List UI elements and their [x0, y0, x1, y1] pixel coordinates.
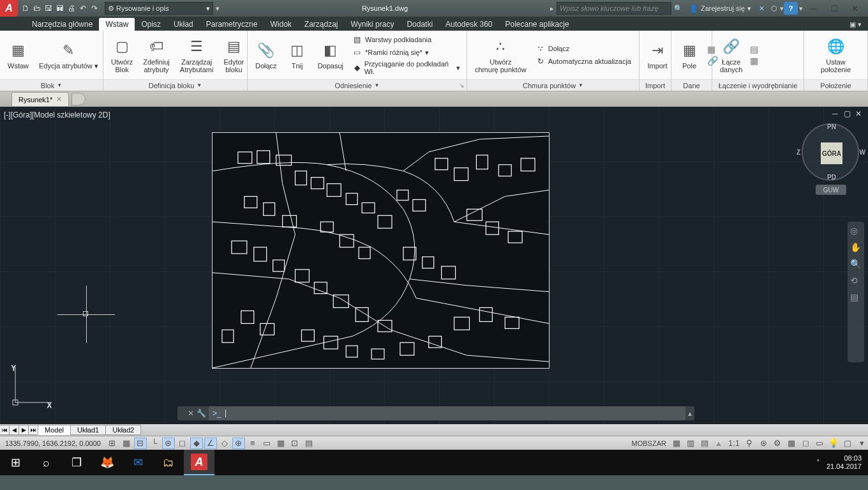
search-icon[interactable]: 🔍	[671, 4, 685, 13]
przyciaganie-button[interactable]: ◆Przyciąganie do podkładań Wł. ▾	[351, 59, 461, 76]
maximize-button[interactable]: ☐	[831, 4, 840, 13]
status-icon[interactable]: ▤	[698, 438, 711, 449]
a360-icon[interactable]: ⬡	[768, 4, 780, 13]
infer-icon[interactable]: ⊞	[106, 438, 119, 449]
steering-wheel-icon[interactable]: ◎	[850, 226, 862, 237]
scale-label[interactable]: 1:1	[726, 438, 742, 449]
exchange-icon[interactable]: ✕	[755, 4, 768, 13]
workspace-selector[interactable]: ⚙ Rysowanie i opis ▾	[105, 2, 213, 15]
panel-blok-title[interactable]: Blok▼	[0, 79, 103, 91]
grid-icon[interactable]: ⊟	[134, 438, 147, 449]
system-clock[interactable]: 08:0321.04.2017	[827, 454, 862, 471]
qat-new-icon[interactable]: 🗋	[20, 3, 31, 13]
edycja-atrybutow-button[interactable]: ✎Edycja atrybutów ▾	[36, 39, 101, 71]
ustaw-polozenie-button[interactable]: 🌐Ustaw położenie	[818, 35, 853, 75]
explorer-button[interactable]: 🗂	[153, 450, 184, 475]
autocad-task-button[interactable]: A	[184, 450, 214, 475]
lwt-icon[interactable]: ≡	[246, 438, 259, 449]
chmura-punktow-button[interactable]: ∴Utwórz chmurę punktów	[472, 35, 529, 75]
title-play-icon[interactable]: ▸	[548, 4, 557, 13]
orbit-icon[interactable]: ⟲	[850, 275, 862, 287]
dolacz-button[interactable]: 📎Dołącz	[253, 39, 280, 71]
tab-parametryczne[interactable]: Parametryczne	[200, 18, 264, 31]
ribbon-expand-icon[interactable]: ▣ ▾	[843, 19, 868, 31]
qat-save-icon[interactable]: 🖫	[43, 3, 54, 13]
help-button[interactable]: ?	[784, 2, 798, 15]
status-icon[interactable]: ▦	[785, 438, 798, 449]
ortho-icon[interactable]: └	[148, 438, 161, 449]
tnij-button[interactable]: ◫Tnij	[285, 39, 310, 71]
drag-handle-icon[interactable]: ⋮⋮	[177, 406, 185, 420]
close-icon[interactable]: ✕	[56, 95, 62, 103]
close-button[interactable]: ✕	[851, 4, 860, 13]
layout-tab-model[interactable]: Model	[38, 425, 71, 435]
tab-uklad[interactable]: Układ	[167, 18, 200, 31]
tab-dodatki[interactable]: Dodatki	[400, 18, 439, 31]
tab-wstaw[interactable]: Wstaw	[99, 18, 135, 31]
otrack-icon[interactable]: ∠	[204, 438, 217, 449]
ramki-button[interactable]: ▭*Ramki różnią się* ▾	[351, 47, 461, 58]
snap-icon[interactable]: ▦	[120, 438, 133, 449]
tab-opisz[interactable]: Opisz	[135, 18, 167, 31]
firefox-button[interactable]: 🦊	[92, 450, 123, 475]
status-icon[interactable]: ⊛	[757, 438, 770, 449]
chevron-down-icon[interactable]: ▾	[747, 4, 751, 13]
status-icon[interactable]: ▦	[670, 438, 683, 449]
qat-open-icon[interactable]: 🗁	[32, 3, 42, 13]
autocad-logo[interactable]: A	[0, 0, 18, 17]
layout-tab-uklad1[interactable]: Układ1	[70, 425, 106, 435]
qat-redo-icon[interactable]: ↷	[89, 3, 100, 13]
pole-button[interactable]: ▦Pole	[677, 39, 702, 71]
minimize-button[interactable]: ─	[811, 4, 819, 13]
close-icon[interactable]: ✕	[188, 409, 194, 418]
qat-undo-icon[interactable]: ↶	[78, 3, 88, 13]
tab-zarzadzaj[interactable]: Zarządzaj	[298, 18, 345, 31]
bulb-icon[interactable]: 💡	[827, 438, 840, 449]
extract-icon[interactable]: ▤	[750, 44, 758, 54]
coordinates[interactable]: 1335.7990, 1636.2192, 0.0000	[0, 440, 106, 447]
guw-button[interactable]: GUW	[816, 185, 846, 195]
drawing-area[interactable]: [-][Góra][Model szkieletowy 2D] ─ ▢ ✕	[0, 107, 868, 436]
ducs-icon[interactable]: ◇	[218, 438, 231, 449]
update-link-icon[interactable]: ▦	[750, 56, 758, 66]
signin-label[interactable]: Zarejestruj się	[701, 4, 745, 12]
chevron-down-icon[interactable]: ▾	[798, 4, 803, 13]
tab-wyniki[interactable]: Wyniki pracy	[345, 18, 401, 31]
qat-saveas-icon[interactable]: 🖬	[55, 3, 65, 13]
clean-screen-icon[interactable]: ▢	[841, 438, 854, 449]
dopasuj-button[interactable]: ◧Dopasuj	[315, 39, 346, 71]
tab-narzedzia[interactable]: Narzędzia główne	[26, 18, 99, 31]
customize-icon[interactable]: ▾	[855, 438, 868, 449]
model-space-label[interactable]: MOBSZAR	[628, 440, 670, 447]
viewport-minimize-icon[interactable]: ─	[832, 109, 841, 118]
panel-defblok-title[interactable]: Definicja bloku▼	[103, 79, 247, 91]
viewport-close-icon[interactable]: ✕	[855, 109, 864, 118]
chevron-up-icon[interactable]: ▴	[688, 409, 692, 418]
wrench-icon[interactable]: 🔧	[197, 409, 206, 418]
warstwy-podkladania-button[interactable]: ▤Warstwy podkładania	[351, 34, 461, 45]
qat-plot-icon[interactable]: 🖨	[66, 3, 77, 13]
add-tab-button[interactable]	[71, 93, 86, 105]
tray-chevron-icon[interactable]: ˄	[816, 459, 820, 467]
panel-chmura-title[interactable]: Chmura punktów▼	[467, 79, 639, 91]
start-button[interactable]: ⊞	[0, 450, 31, 475]
file-tab[interactable]: Rysunek1*✕	[11, 92, 69, 106]
qp-icon[interactable]: ▦	[274, 438, 287, 449]
status-icon[interactable]: ⚲	[743, 438, 756, 449]
showmotion-icon[interactable]: ▤	[850, 292, 862, 303]
ucs-icon[interactable]: YX	[9, 364, 54, 409]
zdefiniuj-atrybuty-button[interactable]: 🏷Zdefiniuj atrybuty	[140, 35, 172, 75]
chmura-dolacz-button[interactable]: ∵Dołącz	[534, 43, 632, 54]
dyn-icon[interactable]: ⊕	[232, 438, 245, 449]
lacze-danych-button[interactable]: 🔗Łącze danych	[717, 35, 745, 75]
command-line[interactable]: ⋮⋮ ✕🔧 >_ ▴	[177, 406, 694, 420]
command-input[interactable]: >_	[209, 406, 685, 420]
chmura-auto-button[interactable]: ↻Automatyczna aktualizacja	[534, 56, 632, 67]
tab-autodesk360[interactable]: Autodesk 360	[439, 18, 498, 31]
polar-icon[interactable]: ⊛	[162, 438, 175, 449]
dialog-launcher-icon[interactable]: ↘	[459, 82, 464, 89]
am-icon[interactable]: ▤	[303, 438, 315, 449]
last-icon[interactable]: ⏭	[28, 425, 38, 435]
tpy-icon[interactable]: ▭	[260, 438, 273, 449]
edytor-bloku-button[interactable]: ▤Edytor bloku	[221, 35, 246, 75]
